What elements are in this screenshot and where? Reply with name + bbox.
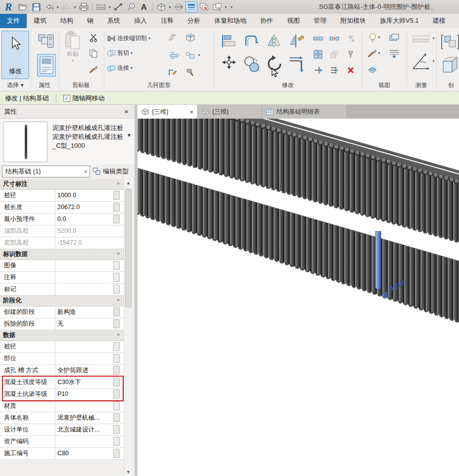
properties-palette-icon[interactable] bbox=[37, 54, 56, 77]
close-view-tab-icon[interactable]: × bbox=[189, 108, 193, 116]
open-file-icon[interactable] bbox=[17, 1, 29, 12]
delete-icon[interactable] bbox=[345, 65, 357, 76]
join-geometry-button[interactable]: 连接▾ bbox=[107, 64, 133, 72]
tab-addins[interactable]: 附加模块 bbox=[333, 14, 373, 28]
close-inactive-windows-icon[interactable] bbox=[198, 1, 210, 12]
family-types-icon[interactable] bbox=[36, 31, 56, 51]
tag-icon[interactable]: 1 bbox=[125, 1, 137, 12]
tab-steel[interactable]: 钢 bbox=[80, 14, 100, 28]
measure-icon[interactable] bbox=[95, 1, 107, 12]
element-filter-dropdown[interactable]: 结构基础 (1) ∨ bbox=[2, 166, 90, 177]
property-row-button[interactable] bbox=[113, 307, 120, 316]
property-value[interactable]: 新构造 bbox=[55, 306, 113, 318]
copy-icon[interactable] bbox=[242, 53, 262, 75]
measure-dropdown2-icon[interactable]: ▾ bbox=[431, 36, 436, 41]
demolish-hammer-icon[interactable] bbox=[184, 67, 196, 78]
move-with-grids-checkbox[interactable]: ✓ bbox=[63, 95, 70, 102]
property-row-button[interactable] bbox=[113, 342, 120, 351]
property-value[interactable]: P10 bbox=[55, 389, 113, 400]
tab-family-master[interactable]: 族库大师V5.1 bbox=[373, 14, 426, 28]
type-selector-dropdown-icon[interactable]: ▼ bbox=[127, 132, 132, 138]
unjoin-dropdown-icon[interactable]: ▾ bbox=[197, 53, 201, 57]
mirror-pick-axis-icon[interactable] bbox=[265, 32, 284, 50]
property-row-button[interactable] bbox=[113, 285, 120, 294]
property-value[interactable]: 无 bbox=[55, 318, 113, 330]
create-similar-icon[interactable] bbox=[441, 54, 459, 77]
property-value[interactable] bbox=[55, 260, 113, 271]
property-row-button[interactable] bbox=[113, 261, 120, 270]
move-icon[interactable] bbox=[219, 53, 239, 75]
view-tab-3d-active[interactable]: {三维} × bbox=[138, 105, 198, 119]
property-value[interactable] bbox=[55, 284, 113, 295]
property-value[interactable] bbox=[55, 436, 113, 447]
property-row-button[interactable] bbox=[113, 191, 120, 200]
drag-handle-icon[interactable] bbox=[382, 292, 389, 299]
measure-distance-icon[interactable] bbox=[411, 33, 431, 44]
section-header-identity[interactable]: 标识数据^ bbox=[0, 249, 124, 260]
collapse-icon[interactable]: ^ bbox=[117, 181, 120, 187]
property-value[interactable]: 全护筒跟进 bbox=[55, 365, 113, 376]
property-value[interactable]: 1000.0 bbox=[55, 190, 113, 201]
property-row-button[interactable] bbox=[113, 389, 120, 398]
view-tab-schedule[interactable]: 结构基础明细表 bbox=[262, 105, 347, 119]
tab-file[interactable]: 文件 bbox=[0, 14, 27, 28]
angular-dimension-icon[interactable] bbox=[411, 50, 431, 72]
property-value[interactable] bbox=[55, 341, 113, 352]
print-icon[interactable] bbox=[78, 1, 90, 12]
section-header-data[interactable]: 数据^ bbox=[0, 330, 124, 341]
revit-logo[interactable]: R bbox=[0, 0, 17, 13]
angular-dropdown-icon[interactable]: ▾ bbox=[431, 59, 436, 63]
property-value[interactable]: 泥浆护壁机械... bbox=[55, 412, 113, 424]
property-row-button[interactable] bbox=[113, 437, 120, 446]
3d-viewport[interactable]: 4000 bbox=[138, 119, 459, 476]
property-value[interactable]: 北京城建设计... bbox=[55, 424, 113, 435]
align-icon[interactable] bbox=[219, 32, 239, 50]
property-row-button[interactable] bbox=[113, 378, 120, 387]
property-value[interactable]: C30水下 bbox=[55, 377, 113, 388]
thin-lines-icon[interactable] bbox=[185, 1, 197, 12]
redo-dropdown-icon[interactable]: ▾ bbox=[73, 5, 77, 9]
modify-tool-button[interactable]: 修改 bbox=[1, 31, 29, 79]
displace-elements-icon[interactable] bbox=[367, 64, 378, 75]
panel-create[interactable]: 创 bbox=[436, 81, 459, 89]
property-row-button[interactable] bbox=[113, 413, 120, 422]
panel-measure[interactable]: 测量 bbox=[407, 81, 436, 89]
scale-icon[interactable] bbox=[328, 49, 340, 60]
reveal-dropdown-icon[interactable]: ▾ bbox=[377, 35, 381, 40]
tab-analyze[interactable]: 分析 bbox=[181, 14, 207, 28]
cut-geometry-button[interactable]: 剪切▾ bbox=[107, 49, 133, 57]
undo-dropdown-icon[interactable]: ▾ bbox=[55, 5, 60, 9]
match-type-brush-icon[interactable] bbox=[88, 64, 99, 75]
property-row-button[interactable] bbox=[113, 449, 120, 458]
customize-qat-dropdown-icon[interactable]: ▾ bbox=[228, 5, 235, 9]
offset-icon[interactable] bbox=[242, 32, 262, 50]
section-header-phasing[interactable]: 阶段化^ bbox=[0, 296, 124, 306]
scrollbar-thumb[interactable] bbox=[125, 189, 132, 307]
text-icon[interactable]: A bbox=[138, 1, 150, 12]
properties-palette-header[interactable]: 属性 × bbox=[0, 105, 135, 119]
view-tab-3d-inactive[interactable]: {三维} bbox=[198, 105, 262, 119]
undo-icon[interactable] bbox=[43, 1, 55, 12]
cut-to-clipboard-icon[interactable] bbox=[88, 32, 99, 43]
array-icon[interactable] bbox=[312, 49, 324, 60]
panel-properties[interactable]: 属性 bbox=[31, 81, 58, 89]
property-value[interactable] bbox=[55, 272, 113, 283]
property-row-button[interactable] bbox=[113, 215, 120, 223]
section-icon[interactable] bbox=[173, 1, 184, 12]
property-value[interactable]: 20672.0 bbox=[55, 202, 113, 213]
3d-view-canvas[interactable]: 4000 bbox=[138, 119, 459, 476]
tab-annotate[interactable]: 注释 bbox=[154, 14, 181, 28]
tab-insert[interactable]: 插入 bbox=[127, 14, 154, 28]
type-selector[interactable]: 泥浆护壁机械成孔灌注桩 泥浆护壁机械成孔灌注桩 _C型_1000 ▼ bbox=[0, 119, 135, 164]
close-properties-icon[interactable]: × bbox=[124, 107, 129, 116]
property-row-button[interactable] bbox=[113, 203, 120, 212]
property-value[interactable]: C80 bbox=[55, 448, 113, 459]
beam-cope-icon[interactable] bbox=[169, 50, 181, 61]
tab-structure[interactable]: 结构 bbox=[53, 14, 80, 28]
trim-multiple-icon[interactable] bbox=[328, 65, 340, 76]
wall-sweep-icon[interactable] bbox=[167, 32, 179, 43]
switch-windows-dropdown-icon[interactable]: ▾ bbox=[224, 5, 228, 9]
paste-button[interactable]: 粘贴 ▾ bbox=[61, 31, 84, 79]
save-icon[interactable] bbox=[30, 1, 42, 12]
tab-architecture[interactable]: 建筑 bbox=[27, 14, 53, 28]
